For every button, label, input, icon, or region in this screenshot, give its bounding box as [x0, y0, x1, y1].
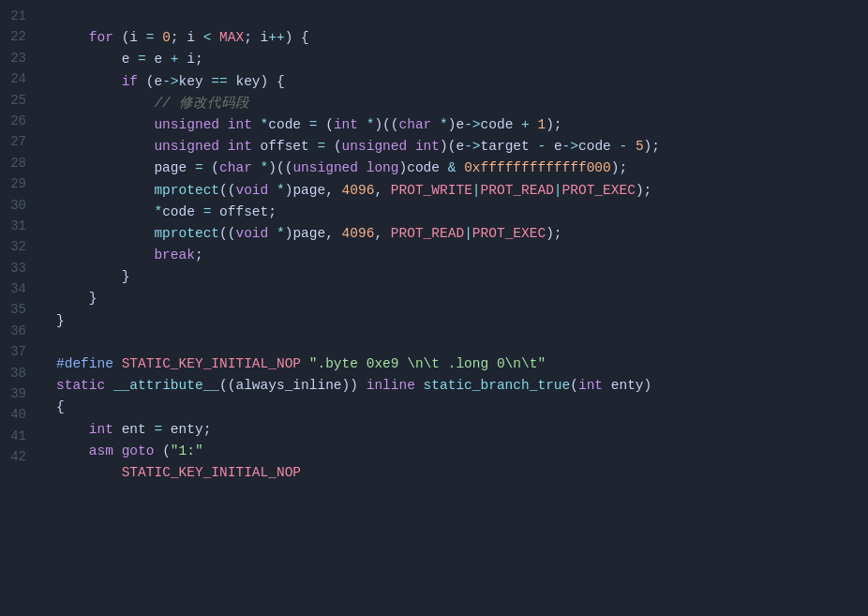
line-num-31: 31 — [0, 216, 37, 236]
line-num-34: 34 — [0, 278, 37, 299]
line-num-32: 32 — [0, 236, 37, 257]
code-line-34: } — [56, 288, 857, 309]
line-num-27: 27 — [0, 131, 37, 152]
code-line-30: *code = offset; — [56, 202, 857, 223]
code-line-40: int ent = enty; — [56, 419, 857, 441]
line-num-35: 35 — [0, 299, 37, 320]
line-num-21: 21 — [0, 6, 37, 26]
code-line-36 — [56, 332, 857, 353]
line-num-22: 22 — [0, 26, 37, 47]
line-num-39: 39 — [0, 383, 37, 404]
code-line-26: unsigned int *code = (int *)((char *)e->… — [56, 114, 857, 136]
line-num-36: 36 — [0, 321, 37, 341]
code-line-22: for (i = 0; i < MAX; i++) { — [56, 27, 857, 49]
code-container: 21 22 23 24 25 26 27 28 29 30 31 32 33 3… — [0, 0, 868, 616]
code-line-37: #define STATIC_KEY_INITIAL_NOP ".byte 0x… — [56, 353, 857, 375]
code-area: for (i = 0; i < MAX; i++) { e = e + i; i… — [45, 0, 868, 616]
code-line-35: } — [56, 310, 857, 332]
line-num-26: 26 — [0, 111, 37, 131]
code-line-27: unsigned int offset = (unsigned int)(e->… — [56, 136, 857, 158]
line-num-29: 29 — [0, 173, 37, 194]
line-num-28: 28 — [0, 153, 37, 173]
code-line-38: static __attribute__((always_inline)) in… — [56, 375, 857, 397]
line-numbers: 21 22 23 24 25 26 27 28 29 30 31 32 33 3… — [0, 0, 45, 616]
code-line-33: } — [56, 266, 857, 288]
line-num-38: 38 — [0, 363, 37, 383]
code-line-28: page = (char *)((unsigned long)code & 0x… — [56, 158, 857, 179]
line-num-24: 24 — [0, 68, 37, 89]
line-num-30: 30 — [0, 195, 37, 216]
code-line-32: break; — [56, 245, 857, 266]
code-line-39: { — [56, 397, 857, 418]
line-num-37: 37 — [0, 341, 37, 362]
code-line-23: e = e + i; — [56, 49, 857, 70]
line-num-41: 41 — [0, 426, 37, 446]
line-num-25: 25 — [0, 90, 37, 111]
line-num-42: 42 — [0, 446, 37, 467]
line-num-23: 23 — [0, 48, 37, 68]
code-line-21 — [56, 6, 857, 27]
code-line-29: mprotect((void *)page, 4096, PROT_WRITE|… — [56, 180, 857, 202]
line-num-40: 40 — [0, 404, 37, 425]
code-line-42: STATIC_KEY_INITIAL_NOP — [56, 462, 857, 484]
code-line-24: if (e->key == key) { — [56, 71, 857, 93]
line-num-33: 33 — [0, 258, 37, 278]
code-line-25: // 修改代码段 — [56, 93, 857, 114]
code-line-41: asm goto ("1:" — [56, 441, 857, 462]
code-line-31: mprotect((void *)page, 4096, PROT_READ|P… — [56, 223, 857, 245]
